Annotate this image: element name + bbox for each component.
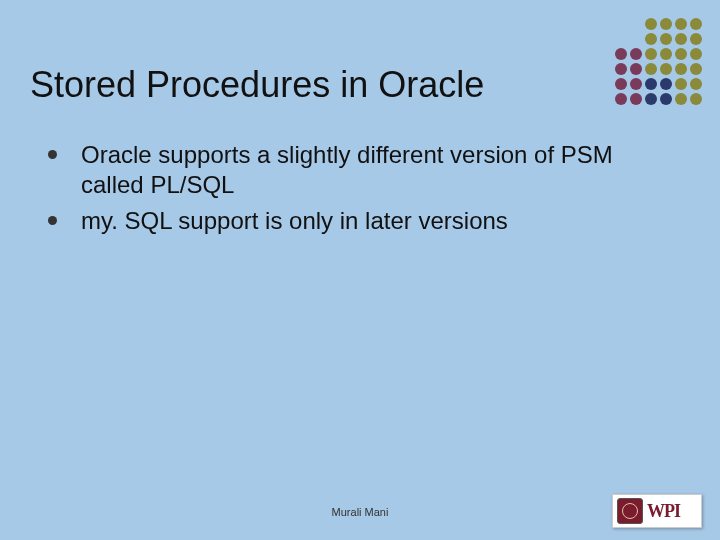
bullet-item: Oracle supports a slightly different ver… [48,140,660,200]
bullet-icon [48,216,57,225]
dot-icon [630,63,642,75]
dot-icon [630,18,642,30]
dot-icon [645,78,657,90]
slide-body: Oracle supports a slightly different ver… [48,140,660,242]
slide-title: Stored Procedures in Oracle [30,64,484,106]
decorative-dot-grid [615,18,702,105]
dot-icon [645,33,657,45]
dot-icon [615,18,627,30]
dot-icon [630,93,642,105]
dot-icon [630,33,642,45]
dot-icon [615,48,627,60]
dot-icon [645,93,657,105]
dot-icon [660,48,672,60]
footer-author: Murali Mani [332,506,389,518]
dot-icon [660,78,672,90]
dot-icon [660,33,672,45]
dot-icon [660,63,672,75]
dot-icon [690,78,702,90]
dot-icon [690,48,702,60]
dot-icon [615,63,627,75]
dot-icon [615,33,627,45]
dot-icon [615,78,627,90]
dot-icon [675,33,687,45]
dot-icon [675,48,687,60]
dot-icon [660,93,672,105]
dot-icon [675,18,687,30]
wpi-seal-icon [617,498,643,524]
dot-icon [690,33,702,45]
dot-icon [630,78,642,90]
logo-text: WPI [647,501,680,522]
bullet-item: my. SQL support is only in later version… [48,206,660,236]
bullet-text: Oracle supports a slightly different ver… [81,140,660,200]
dot-icon [690,18,702,30]
dot-icon [675,78,687,90]
dot-icon [645,63,657,75]
dot-icon [675,93,687,105]
dot-icon [645,48,657,60]
dot-icon [645,18,657,30]
dot-icon [690,93,702,105]
dot-icon [630,48,642,60]
bullet-icon [48,150,57,159]
dot-icon [675,63,687,75]
dot-icon [615,93,627,105]
dot-icon [660,18,672,30]
footer-logo: WPI [612,494,702,528]
dot-icon [690,63,702,75]
bullet-text: my. SQL support is only in later version… [81,206,508,236]
